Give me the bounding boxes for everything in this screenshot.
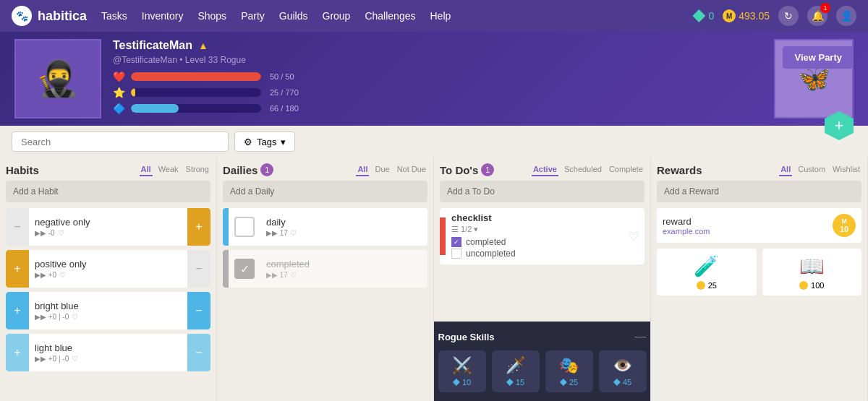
dailies-filter-due[interactable]: Due [373, 163, 391, 176]
tags-button[interactable]: ⚙ Tags ▾ [234, 131, 295, 152]
habits-filter-strong[interactable]: Strong [184, 163, 210, 176]
chevron-down-icon: ▾ [281, 137, 286, 147]
brand[interactable]: 🐾 habitica [12, 6, 87, 26]
mana-icon [613, 379, 621, 386]
todos-column: To Do's 1 Active Scheduled Complete Add … [434, 158, 651, 401]
skill-card-1[interactable]: 🗡️ 15 [492, 350, 540, 392]
rewards-filter-all[interactable]: All [779, 163, 792, 176]
hp-fill [131, 72, 261, 81]
todo-actions: ♡ [623, 224, 644, 249]
rogue-popup-close-button[interactable]: — [635, 330, 647, 343]
nav-group[interactable]: Group [323, 10, 351, 22]
refresh-button[interactable]: ↻ [778, 6, 799, 26]
xp-fill [131, 88, 135, 97]
rogue-popup-title: Rogue Skills [438, 332, 495, 342]
profile-handle: @TestificateMan • Level 33 Rogue [113, 55, 762, 65]
mp-bar: 🔷 66 / 180 [113, 103, 762, 114]
gem-icon [692, 9, 705, 22]
avatar: 🥷 [14, 39, 101, 118]
list-item: + positive only ▶▶ +0 ♡ − [6, 250, 210, 288]
add-habit-bar[interactable]: Add a Habit [6, 181, 210, 202]
skill-card-3[interactable]: 👁️ 45 [599, 350, 647, 392]
nav-party[interactable]: Party [241, 10, 265, 22]
skill-card-0[interactable]: ⚔️ 10 [438, 350, 486, 392]
gold-value: 493.05 [739, 10, 770, 22]
reward-cost: M 10 [833, 214, 856, 237]
profile-info: TestificateMan ▲ @TestificateMan • Level… [113, 39, 762, 118]
rewards-filter-custom[interactable]: Custom [796, 163, 827, 176]
habits-header: Habits All Weak Strong [6, 163, 210, 176]
nav-inventory[interactable]: Inventory [142, 10, 184, 22]
habit-plus-btn[interactable]: + [6, 292, 29, 329]
search-input[interactable] [12, 131, 229, 152]
nav-guilds[interactable]: Guilds [279, 10, 308, 22]
add-daily-bar[interactable]: Add a Daily [223, 181, 427, 202]
profile-button[interactable]: 👤 [836, 6, 856, 26]
dailies-column: Dailies 1 All Due Not Due Add a Daily da… [217, 158, 434, 401]
habit-name: positive only [35, 259, 182, 270]
habit-minus-btn[interactable]: − [187, 334, 210, 371]
habit-plus-btn[interactable]: + [6, 334, 29, 371]
filter-icon: ⚙ [244, 137, 252, 147]
habits-filter-weak[interactable]: Weak [157, 163, 180, 176]
todos-header: To Do's 1 Active Scheduled Complete [440, 163, 644, 176]
todo-checklist: ✓ completed uncompleted [451, 237, 617, 259]
list-item: + light blue ▶▶ +0 | -0 ♡ − [6, 334, 210, 371]
skill-card-2[interactable]: 🎭 25 [545, 350, 593, 392]
nav-tasks[interactable]: Tasks [101, 10, 127, 22]
skill-cost-3: 45 [602, 378, 644, 387]
todos-filter-active[interactable]: Active [532, 163, 558, 176]
gem-value: 0 [708, 10, 714, 22]
nav-help[interactable]: Help [430, 10, 451, 22]
reward-item-card-1[interactable]: 📖 100 [762, 249, 862, 296]
view-party-button[interactable]: View Party [783, 46, 854, 69]
daily-color-bar [223, 208, 229, 246]
list-item: daily ▶▶ 17 ♡ [223, 208, 427, 246]
habit-plus-btn[interactable]: + [6, 250, 29, 288]
daily-color-bar [223, 250, 229, 288]
add-todo-bar[interactable]: Add a To Do [440, 181, 644, 202]
habit-plus-btn[interactable]: + [187, 208, 210, 246]
habit-minus-btn[interactable]: − [187, 250, 210, 288]
dailies-title-row: Dailies 1 [223, 163, 273, 176]
reward-link[interactable]: example.com [663, 227, 827, 236]
todos-filter-complete[interactable]: Complete [608, 163, 644, 176]
reward-item-icon-1: 📖 [768, 254, 856, 278]
habit-minus-btn[interactable]: − [6, 208, 29, 246]
nav-links: Tasks Inventory Shops Party Guilds Group… [101, 10, 451, 22]
daily-name: daily [266, 217, 422, 228]
habit-content: bright blue ▶▶ +0 | -0 ♡ [29, 296, 187, 325]
habit-name: light blue [35, 342, 182, 353]
list-item: checklist ☰ 1/2 ▾ ✓ completed uncomplete… [440, 208, 644, 264]
add-reward-bar[interactable]: Add a Reward [657, 181, 861, 202]
dailies-filter-all[interactable]: All [356, 163, 369, 176]
skill-icon-2: 🎭 [548, 356, 590, 375]
daily-checkbox[interactable] [234, 217, 255, 237]
notifications-button[interactable]: 🔔 1 [807, 6, 827, 26]
habits-filter-all[interactable]: All [140, 163, 153, 176]
profile-up-button[interactable]: ▲ [198, 40, 208, 51]
habits-column: Habits All Weak Strong Add a Habit − neg… [0, 158, 217, 401]
search-bar-area: ⚙ Tags ▾ [0, 126, 868, 158]
profile-name-row: TestificateMan ▲ [113, 39, 762, 52]
habit-minus-btn[interactable]: − [187, 292, 210, 329]
todo-item-checkbox[interactable] [451, 249, 461, 259]
todos-filters: Active Scheduled Complete [532, 163, 644, 176]
todo-item-checkbox[interactable]: ✓ [451, 237, 461, 247]
habits-filters: All Weak Strong [140, 163, 210, 176]
reward-name: reward [663, 216, 827, 227]
brand-icon: 🐾 [12, 6, 32, 26]
nav-shops[interactable]: Shops [197, 10, 226, 22]
reward-item-card-0[interactable]: 🧪 25 [657, 249, 757, 296]
heart-icon: ♡ [58, 229, 64, 237]
reward-item-cost-0: 25 [663, 281, 751, 290]
rewards-filter-wishlist[interactable]: Wishlist [831, 163, 861, 176]
mp-icon: 🔷 [113, 103, 125, 114]
dailies-header: Dailies 1 All Due Not Due [223, 163, 427, 176]
rogue-skills-popup: Rogue Skills — ⚔️ 10 🗡️ [434, 322, 651, 401]
todos-filter-scheduled[interactable]: Scheduled [563, 163, 603, 176]
dailies-filter-notdue[interactable]: Not Due [396, 163, 427, 176]
profile-username: TestificateMan [113, 39, 192, 52]
nav-challenges[interactable]: Challenges [365, 10, 415, 22]
daily-checkbox[interactable]: ✓ [234, 259, 255, 279]
